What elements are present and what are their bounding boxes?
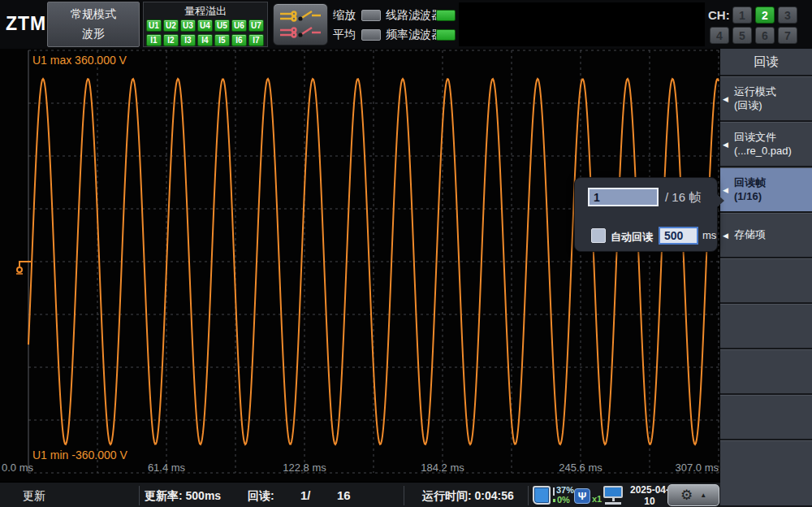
channel-button-5[interactable]: 5 bbox=[732, 27, 752, 44]
update-status: 更新 bbox=[23, 489, 45, 504]
channel-button-1[interactable]: 1 bbox=[732, 6, 752, 24]
time-tick-label: 184.2 ms bbox=[421, 462, 464, 474]
wiring-mode-button[interactable] bbox=[273, 3, 328, 46]
time-tick-label: 307.0 ms bbox=[676, 462, 719, 474]
overflow-indicator-u3: U3 bbox=[180, 20, 196, 32]
readback-total-frames: 16 bbox=[337, 488, 351, 502]
range-overflow-title: 量程溢出 bbox=[144, 4, 267, 19]
brand-logo: ZTMI bbox=[6, 13, 53, 35]
readback-frame-popup: 1 / 16 帧 自动回读 500 ms bbox=[574, 177, 718, 252]
overflow-indicator-i3: I3 bbox=[180, 34, 196, 46]
item-arrow-icon: ◀ bbox=[723, 95, 734, 103]
time-tick-label: 245.6 ms bbox=[559, 462, 602, 474]
auto-readback-checkbox[interactable] bbox=[591, 228, 606, 243]
waveform-plot bbox=[0, 49, 720, 481]
blank-readout-display bbox=[459, 2, 705, 46]
sidebar-item-4[interactable]: ◀存储项 bbox=[720, 213, 812, 258]
runtime: 运行时间: 0:04:56 bbox=[422, 489, 514, 504]
sidebar-item-3[interactable]: ◀回读帧(1/16) bbox=[720, 167, 812, 213]
line-filter-label: 线路滤波器 bbox=[386, 8, 443, 23]
channel-button-2[interactable]: 2 bbox=[755, 6, 775, 24]
sidebar-title: 回读 bbox=[720, 49, 812, 76]
sidebar-item-label: 运行模式(回读) bbox=[734, 85, 776, 113]
overflow-indicator-u6: U6 bbox=[231, 20, 247, 32]
statusbar-divider bbox=[139, 486, 140, 505]
item-arrow-icon: ◀ bbox=[723, 232, 734, 240]
item-arrow-icon: ◀ bbox=[723, 186, 734, 194]
usb-icon: Ψ bbox=[574, 488, 590, 504]
overflow-indicator-i4: I4 bbox=[197, 34, 213, 46]
analyzer-screen: ZTMI 常规模式 波形 量程溢出 U1U2U3U4U5U6U7 I1I2I3I… bbox=[0, 0, 812, 507]
monitor-stand bbox=[612, 498, 615, 501]
storage-gauge-bar bbox=[553, 488, 555, 496]
waveform-area: U1 max 360.000 V U1 min -360.000 V 0.0 m… bbox=[0, 49, 720, 481]
readback-current-frame: 1/ bbox=[300, 488, 311, 502]
zoom-filter-indicator bbox=[361, 10, 381, 21]
channel-button-7[interactable]: 7 bbox=[778, 27, 797, 44]
mode-line2: 波形 bbox=[82, 24, 105, 44]
gear-icon: ⚙ bbox=[680, 488, 693, 502]
time-tick-label: 61.4 ms bbox=[148, 462, 185, 474]
interval-input[interactable]: 500 bbox=[659, 227, 698, 245]
channel-button-4[interactable]: 4 bbox=[710, 27, 729, 44]
range-overflow-panel: 量程溢出 U1U2U3U4U5U6U7 I1I2I3I4I5I6I7 bbox=[143, 2, 268, 47]
u1-min-readout: U1 min -360.000 V bbox=[32, 448, 127, 462]
overflow-indicator-i5: I5 bbox=[214, 34, 230, 46]
frame-total-label: / 16 帧 bbox=[665, 190, 701, 206]
average-filter-label: 平均 bbox=[333, 28, 356, 42]
overflow-indicator-u1: U1 bbox=[146, 20, 162, 32]
current-channel-indicators: I1I2I3I4I5I6I7 bbox=[146, 34, 264, 46]
u1-max-readout: U1 max 360.000 V bbox=[32, 54, 127, 67]
freq-filter-label: 频率滤波器 bbox=[386, 28, 443, 42]
sidebar-item-empty bbox=[720, 304, 812, 349]
sidebar-item-label: 存储项 bbox=[734, 228, 766, 242]
storage-percent-top: 37% bbox=[556, 485, 574, 495]
average-filter-indicator bbox=[361, 29, 381, 41]
sd-card-icon bbox=[533, 486, 551, 505]
overflow-indicator-u4: U4 bbox=[197, 20, 213, 32]
channel-button-3[interactable]: 3 bbox=[778, 6, 797, 24]
overflow-indicator-u2: U2 bbox=[163, 20, 179, 32]
mode-display-button[interactable]: 常规模式 波形 bbox=[47, 2, 140, 47]
header-bar: ZTMI 常规模式 波形 量程溢出 U1U2U3U4U5U6U7 I1I2I3I… bbox=[0, 0, 812, 49]
zoom-filter-label: 缩放 bbox=[333, 8, 356, 23]
sidebar-item-label: 回读帧(1/16) bbox=[734, 176, 766, 204]
overflow-indicator-i1: I1 bbox=[146, 34, 162, 46]
overflow-indicator-i7: I7 bbox=[248, 34, 264, 46]
interval-unit-label: ms bbox=[702, 229, 716, 241]
overflow-indicator-i2: I2 bbox=[163, 34, 179, 46]
storage-percent-bottom: 0% bbox=[557, 495, 570, 505]
overflow-indicator-u7: U7 bbox=[248, 20, 264, 32]
sidebar-item-2[interactable]: ◀回读文件(...re_0.pad) bbox=[720, 122, 812, 167]
statusbar-divider bbox=[528, 486, 529, 505]
popup-arrow bbox=[717, 194, 724, 207]
mode-line1: 常规模式 bbox=[71, 5, 116, 24]
caret-up-icon: ▲ bbox=[700, 492, 706, 499]
sidebar-item-empty bbox=[720, 258, 812, 304]
sidebar-item-1[interactable]: ◀运行模式(回读) bbox=[720, 76, 812, 122]
monitor-screen bbox=[603, 486, 623, 498]
time-tick-label: 122.8 ms bbox=[283, 462, 326, 474]
auto-readback-label: 自动回读 bbox=[611, 230, 653, 245]
sidebar-item-empty bbox=[720, 440, 812, 507]
sidebar-item-empty bbox=[720, 395, 812, 440]
sidebar-item-empty bbox=[720, 349, 812, 395]
status-bar: 更新 更新率: 500ms 回读: 1/ 16 运行时间: 0:04:56 37… bbox=[0, 481, 720, 507]
overflow-indicator-i6: I6 bbox=[231, 34, 247, 46]
overflow-indicator-u5: U5 bbox=[214, 20, 230, 32]
network-monitor-icon bbox=[602, 486, 624, 505]
right-menu-sidebar: 回读 ◀运行模式(回读)◀回读文件(...re_0.pad)◀回读帧(1/16)… bbox=[720, 49, 812, 507]
usb-device-count: x1 bbox=[592, 494, 602, 504]
settings-button[interactable]: ⚙ ▲ bbox=[667, 484, 719, 506]
freq-filter-indicator bbox=[436, 29, 456, 41]
frame-number-input[interactable]: 1 bbox=[588, 188, 659, 206]
channel-button-6[interactable]: 6 bbox=[755, 27, 775, 44]
voltage-channel-indicators: U1U2U3U4U5U6U7 bbox=[146, 20, 264, 32]
datetime-display: 2025-04-10 11:47:19 bbox=[626, 485, 673, 507]
update-rate: 更新率: 500ms bbox=[145, 489, 221, 504]
sidebar-item-label: 回读文件(...re_0.pad) bbox=[734, 131, 792, 158]
channel-selector: CH: 1234567 bbox=[708, 0, 812, 49]
date-text: 2025-04-10 bbox=[626, 485, 673, 507]
readback-label: 回读: bbox=[248, 489, 274, 504]
channel-selector-label: CH: bbox=[708, 8, 730, 22]
